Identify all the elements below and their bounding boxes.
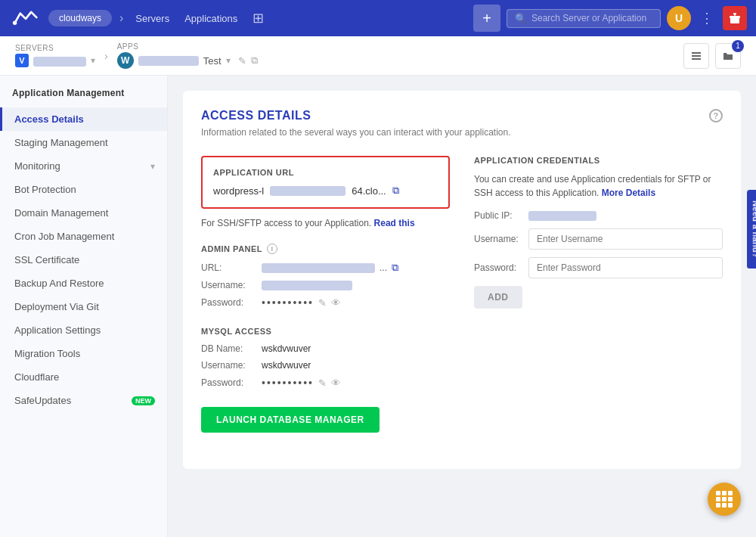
application-url-box: APPLICATION URL wordpress-l 64.clo... ⧉ bbox=[201, 156, 450, 209]
creds-username-input[interactable] bbox=[528, 228, 723, 250]
servers-nav-link[interactable]: Servers bbox=[128, 13, 177, 24]
svg-point-0 bbox=[13, 21, 17, 25]
top-navigation: cloudways › Servers Applications ⊞ + 🔍 U… bbox=[0, 0, 756, 36]
sidebar-item-migration-tools[interactable]: Migration Tools bbox=[0, 342, 167, 365]
sidebar-item-monitoring[interactable]: Monitoring ▾ bbox=[0, 154, 167, 178]
mysql-edit-password-icon[interactable]: ✎ bbox=[318, 377, 327, 389]
mysql-access-section: MYSQL ACCESS DB Name: wskdvwuver Usernam… bbox=[201, 327, 450, 433]
sidebar-item-label: Bot Protection bbox=[14, 184, 76, 195]
sidebar-item-application-settings[interactable]: Application Settings bbox=[0, 318, 167, 342]
edit-password-icon[interactable]: ✎ bbox=[318, 297, 327, 309]
mysql-title: MYSQL ACCESS bbox=[201, 327, 450, 336]
mysql-show-password-icon[interactable]: 👁 bbox=[331, 377, 341, 389]
fab-button[interactable] bbox=[708, 483, 741, 516]
edit-icon[interactable]: ✎ bbox=[238, 55, 246, 67]
sidebar-item-label: Domain Management bbox=[14, 207, 108, 219]
admin-url-external-link-icon[interactable]: ⧉ bbox=[392, 262, 398, 274]
add-credentials-button[interactable]: ADD bbox=[474, 286, 522, 309]
ssh-note: For SSH/SFTP access to your Application.… bbox=[201, 218, 450, 228]
url-blurred bbox=[270, 186, 345, 196]
mysql-username-value: wskdvwuver bbox=[262, 360, 311, 371]
sidebar-item-cloudflare[interactable]: Cloudflare bbox=[0, 365, 167, 389]
sidebar-item-deployment-via-git[interactable]: Deployment Via Git bbox=[0, 295, 167, 318]
fab-grid-icon bbox=[716, 491, 733, 508]
db-name-value: wskdvwuver bbox=[262, 343, 311, 354]
db-name-label: DB Name: bbox=[201, 343, 256, 354]
app-credentials-title: APPLICATION CREDENTIALS bbox=[474, 156, 723, 165]
folder-action-wrap: 1 bbox=[715, 43, 741, 69]
admin-url-row: URL: ... ⧉ bbox=[201, 262, 450, 274]
search-icon: 🔍 bbox=[515, 13, 527, 24]
chevron-down-icon: ▾ bbox=[150, 161, 155, 172]
read-this-link[interactable]: Read this bbox=[374, 218, 415, 228]
sidebar-item-staging-management[interactable]: Staging Management bbox=[0, 131, 167, 154]
sidebar-item-label: SSL Certificate bbox=[14, 254, 79, 265]
page-description: Information related to the several ways … bbox=[201, 127, 723, 138]
list-view-button[interactable] bbox=[683, 43, 709, 69]
sidebar-item-bot-protection[interactable]: Bot Protection bbox=[0, 178, 167, 201]
more-details-link[interactable]: More Details bbox=[602, 188, 655, 198]
url-suffix: 64.clo... bbox=[352, 185, 386, 197]
app-url-title: APPLICATION URL bbox=[213, 168, 438, 177]
sidebar-item-access-details[interactable]: Access Details bbox=[0, 107, 167, 131]
creds-password-label: Password: bbox=[474, 262, 522, 273]
svg-rect-5 bbox=[692, 58, 701, 60]
brand-label[interactable]: cloudways bbox=[48, 10, 112, 26]
logo[interactable] bbox=[9, 5, 42, 32]
mysql-username-label: Username: bbox=[201, 360, 256, 371]
mysql-password-label: Password: bbox=[201, 377, 256, 388]
user-avatar[interactable]: U bbox=[667, 6, 691, 30]
admin-url-blurred bbox=[262, 263, 375, 273]
external-link-icon[interactable]: ⧉ bbox=[251, 54, 258, 67]
url-external-link-icon[interactable]: ⧉ bbox=[392, 185, 399, 197]
admin-password-label: Password: bbox=[201, 297, 256, 308]
svg-rect-2 bbox=[730, 16, 740, 18]
creds-username-row: Username: bbox=[474, 228, 723, 250]
admin-password-value: •••••••••• ✎ 👁 bbox=[262, 296, 450, 309]
more-options-icon[interactable]: ⋮ bbox=[697, 10, 717, 26]
breadcrumb: Servers ▾ › Apps W Test ▾ ✎ ⧉ 1 bbox=[0, 36, 756, 76]
sidebar-item-domain-management[interactable]: Domain Management bbox=[0, 201, 167, 225]
public-ip-row: Public IP: bbox=[474, 210, 723, 221]
add-button[interactable]: + bbox=[473, 5, 500, 32]
search-input[interactable] bbox=[531, 13, 652, 23]
help-icon[interactable]: ? bbox=[709, 109, 723, 123]
server-dropdown-icon[interactable]: ▾ bbox=[91, 55, 95, 66]
breadcrumb-actions: 1 bbox=[683, 43, 741, 69]
public-ip-blurred bbox=[528, 211, 596, 221]
mysql-password-row: Password: •••••••••• ✎ 👁 bbox=[201, 377, 450, 389]
wordpress-icon: W bbox=[117, 52, 134, 69]
sidebar-item-safeupdates[interactable]: SafeUpdates NEW bbox=[0, 389, 167, 412]
app-credentials-description: You can create and use Application crede… bbox=[474, 172, 723, 200]
sidebar-item-label: Access Details bbox=[14, 113, 84, 125]
show-password-icon[interactable]: 👁 bbox=[331, 297, 341, 309]
main-layout: Application Management Access Details St… bbox=[0, 76, 756, 537]
admin-username-row: Username: bbox=[201, 280, 450, 290]
sidebar-item-backup-and-restore[interactable]: Backup And Restore bbox=[0, 272, 167, 295]
svg-rect-4 bbox=[692, 55, 701, 57]
db-name-row: DB Name: wskdvwuver bbox=[201, 343, 450, 354]
search-box[interactable]: 🔍 bbox=[507, 9, 661, 28]
applications-nav-link[interactable]: Applications bbox=[177, 13, 245, 24]
launch-database-manager-button[interactable]: LAUNCH DATABASE MANAGER bbox=[201, 407, 380, 433]
info-icon[interactable]: i bbox=[267, 244, 277, 254]
admin-panel-section: ADMIN PANEL i URL: ... ⧉ Us bbox=[201, 244, 450, 309]
mysql-password-dots: •••••••••• bbox=[262, 377, 314, 389]
admin-panel-title: ADMIN PANEL i bbox=[201, 244, 450, 254]
app-url-value: wordpress-l 64.clo... ⧉ bbox=[213, 185, 438, 197]
admin-url-label: URL: bbox=[201, 262, 256, 273]
grid-nav-icon[interactable]: ⊞ bbox=[245, 10, 271, 26]
new-badge: NEW bbox=[132, 396, 155, 405]
svg-rect-3 bbox=[692, 52, 701, 54]
url-prefix: wordpress-l bbox=[213, 185, 264, 197]
sidebar-item-cron-job-management[interactable]: Cron Job Management bbox=[0, 225, 167, 248]
creds-password-row: Password: bbox=[474, 257, 723, 278]
app-dropdown-icon[interactable]: ▾ bbox=[226, 55, 231, 66]
creds-password-input[interactable] bbox=[528, 257, 723, 278]
need-help-panel[interactable]: Need a hand? bbox=[747, 190, 756, 268]
admin-username-label: Username: bbox=[201, 280, 256, 290]
app-test-label: Test bbox=[203, 55, 222, 67]
gift-icon[interactable] bbox=[723, 6, 747, 30]
sidebar-item-ssl-certificate[interactable]: SSL Certificate bbox=[0, 248, 167, 272]
sidebar: Application Management Access Details St… bbox=[0, 76, 168, 537]
